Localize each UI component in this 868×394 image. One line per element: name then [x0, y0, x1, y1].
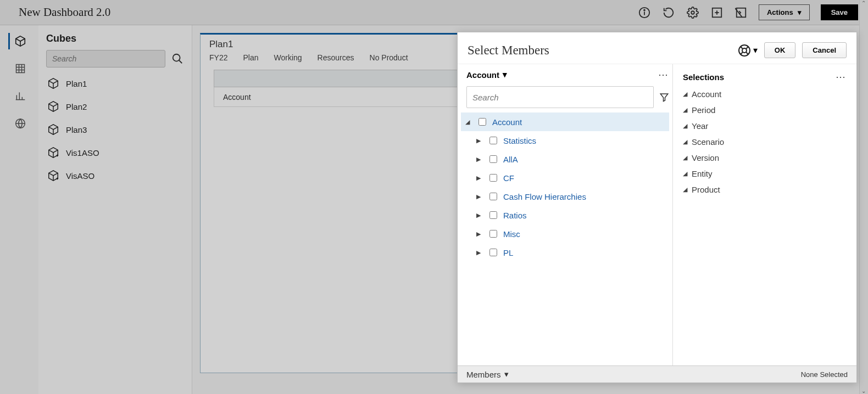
- selection-label: Product: [692, 185, 720, 194]
- member-checkbox[interactable]: [489, 211, 497, 219]
- pov-item[interactable]: Resources: [318, 53, 354, 62]
- pov-item[interactable]: FY22: [209, 53, 227, 62]
- selection-item[interactable]: ◢Product: [683, 185, 847, 194]
- tree-row[interactable]: ▶ Ratios: [461, 206, 669, 224]
- rail-grid-icon[interactable]: [8, 60, 30, 77]
- cube-item[interactable]: VisASO: [46, 167, 184, 184]
- svg-marker-32: [660, 94, 668, 102]
- info-icon[interactable]: [638, 6, 651, 19]
- cube-item[interactable]: Plan3: [46, 121, 184, 138]
- footer-dropdown[interactable]: Members ▾: [466, 369, 509, 379]
- tree-row[interactable]: ▶ PL: [461, 243, 669, 262]
- selection-label: Year: [692, 121, 708, 131]
- modal-footer: Members ▾ None Selected: [458, 365, 856, 382]
- add-panel-icon[interactable]: [710, 6, 724, 19]
- filter-icon[interactable]: [659, 92, 669, 102]
- footer-status: None Selected: [801, 370, 848, 379]
- chevron-down-icon: ▾: [753, 45, 758, 55]
- selection-label: Period: [692, 105, 715, 115]
- selection-item[interactable]: ◢Version: [683, 153, 847, 162]
- dimension-dropdown[interactable]: Account ▾: [466, 70, 507, 80]
- tree-row[interactable]: ▶ Statistics: [461, 131, 669, 150]
- cube-add-icon: [47, 147, 59, 159]
- footer-dropdown-label: Members: [466, 370, 501, 379]
- member-checkbox[interactable]: [478, 118, 486, 126]
- member-search-input[interactable]: [466, 86, 654, 108]
- tree-row[interactable]: ▶ Misc: [461, 224, 669, 243]
- cubes-search-row: [46, 50, 184, 67]
- rail-cube-icon[interactable]: [8, 33, 30, 49]
- member-checkbox[interactable]: [489, 249, 497, 256]
- save-button[interactable]: Save: [821, 4, 858, 20]
- member-tree: ◢ Account ▶ Statistics ▶ AllA ▶: [461, 112, 669, 360]
- modal-body: Account ▾ ⋯ ◢ Account ▶: [458, 64, 856, 365]
- vertical-scrollbar[interactable]: [859, 0, 868, 394]
- collapse-icon: ◢: [683, 122, 687, 130]
- cancel-button[interactable]: Cancel: [802, 42, 847, 58]
- rail-globe-icon[interactable]: [8, 115, 30, 132]
- dimension-label: Account: [466, 70, 499, 80]
- cubes-search-input[interactable]: [46, 50, 165, 67]
- cube-item-label: Plan3: [66, 125, 87, 134]
- actions-label: Actions: [767, 8, 793, 16]
- selection-item[interactable]: ◢Year: [683, 121, 847, 131]
- refresh-icon[interactable]: [662, 6, 675, 19]
- expand-icon[interactable]: ▶: [476, 137, 483, 144]
- collapse-icon: ◢: [683, 138, 687, 145]
- overflow-icon[interactable]: ⋯: [658, 69, 669, 81]
- expand-icon[interactable]: ▶: [476, 193, 483, 200]
- pov-item[interactable]: No Product: [370, 53, 408, 62]
- member-label: Ratios: [503, 211, 527, 220]
- pov-item[interactable]: Working: [274, 53, 302, 62]
- selection-item[interactable]: ◢Account: [683, 89, 847, 99]
- pov-item[interactable]: Plan: [243, 53, 258, 62]
- ok-button[interactable]: OK: [764, 42, 796, 58]
- cube-item[interactable]: Plan1: [46, 75, 184, 92]
- tree-row[interactable]: ▶ AllA: [461, 150, 669, 168]
- modal-title: Select Members: [468, 43, 549, 58]
- member-checkbox[interactable]: [489, 230, 497, 238]
- rail-chart-icon[interactable]: [8, 88, 30, 104]
- search-icon[interactable]: [171, 52, 184, 65]
- svg-point-2: [644, 9, 645, 10]
- member-checkbox[interactable]: [489, 174, 497, 182]
- cube-item[interactable]: Plan2: [46, 98, 184, 115]
- cube-item[interactable]: Vis1ASO: [46, 144, 184, 161]
- cubes-list: Plan1 Plan2 Plan3 Vis1ASO VisASO: [46, 75, 184, 184]
- cubes-panel-title: Cubes: [46, 33, 184, 44]
- tree-row-root[interactable]: ◢ Account: [461, 112, 669, 131]
- collapse-icon: ◢: [683, 91, 687, 98]
- expand-icon[interactable]: ▶: [476, 230, 483, 238]
- member-checkbox[interactable]: [489, 193, 497, 200]
- svg-point-27: [742, 48, 747, 53]
- collapse-icon[interactable]: ◢: [465, 119, 472, 126]
- overflow-icon[interactable]: ⋯: [836, 71, 847, 83]
- selections-list: ◢Account ◢Period ◢Year ◢Scenario ◢Versio…: [683, 89, 847, 194]
- chevron-down-icon: ▾: [503, 70, 507, 80]
- cube-add-icon: [47, 170, 59, 182]
- settings-wheel-button[interactable]: ▾: [738, 44, 758, 57]
- selections-title: Selections: [683, 72, 724, 82]
- svg-line-21: [179, 60, 182, 64]
- selection-item[interactable]: ◢Entity: [683, 169, 847, 178]
- selection-item[interactable]: ◢Period: [683, 105, 847, 115]
- member-checkbox[interactable]: [489, 137, 497, 144]
- expand-icon[interactable]: ▶: [476, 156, 483, 163]
- tree-row[interactable]: ▶ Cash Flow Hierarchies: [461, 187, 669, 206]
- modal-header-actions: ▾ OK Cancel: [738, 42, 847, 58]
- lifesaver-icon: [738, 44, 751, 57]
- expand-icon[interactable]: ▶: [476, 175, 483, 182]
- top-bar: New Dashboard 2.0 Actions ▾ Save: [0, 0, 868, 25]
- member-checkbox[interactable]: [489, 155, 497, 163]
- selections-panel: Selections ⋯ ◢Account ◢Period ◢Year ◢Sce…: [673, 64, 856, 365]
- expand-icon[interactable]: ▶: [476, 249, 483, 256]
- tree-row[interactable]: ▶ CF: [461, 168, 669, 187]
- actions-button[interactable]: Actions ▾: [759, 4, 810, 20]
- svg-point-3: [691, 11, 694, 14]
- selection-item[interactable]: ◢Scenario: [683, 137, 847, 147]
- gear-icon[interactable]: [686, 6, 699, 19]
- modal-header: Select Members ▾ OK Cancel: [458, 32, 856, 64]
- expand-icon[interactable]: ▶: [476, 212, 483, 219]
- collapse-icon: ◢: [683, 106, 687, 114]
- toggle-panel-icon[interactable]: [735, 6, 748, 19]
